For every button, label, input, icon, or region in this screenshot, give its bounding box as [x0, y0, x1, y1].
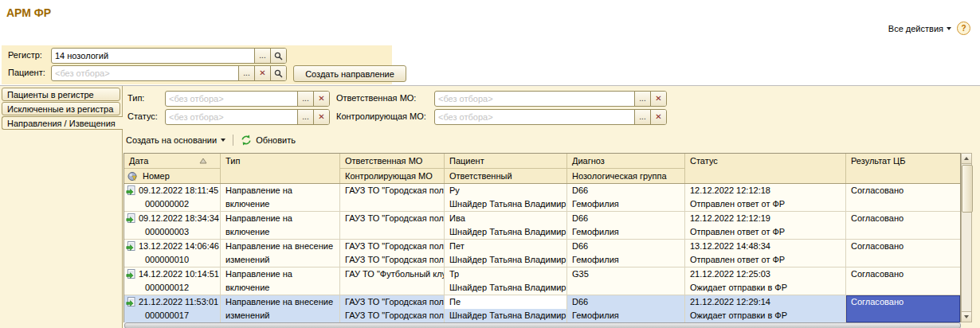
cell-medical-org[interactable]: ГАУ ТО "Футбольный клуб …: [340, 267, 445, 295]
referral-doc-icon: [126, 185, 136, 196]
referral-doc-icon: [126, 269, 136, 279]
register-choose-button[interactable]: ...: [254, 49, 270, 63]
tab-excluded-from-register[interactable]: Исключенные из регистра: [2, 102, 120, 115]
cell-date-number[interactable]: 09.12.2022 18:11:45 000000002: [124, 184, 221, 211]
table-row[interactable]: 09.12.2022 18:34:34 000000003 Направлени…: [124, 212, 960, 240]
type-filter-group: ... ✕: [165, 91, 330, 107]
column-header-number[interactable]: Номер: [124, 169, 220, 183]
toolbar-separator: [233, 135, 233, 146]
cell-medical-org[interactable]: ГАУЗ ТО "Городская полик…: [340, 212, 445, 239]
all-actions-button[interactable]: Все действия: [888, 24, 951, 33]
responsible-mo-filter-group: ... ✕: [434, 91, 667, 107]
column-header-date[interactable]: Дата: [124, 154, 220, 169]
cell-cb-result[interactable]: Согласовано: [846, 184, 960, 211]
cell-patient[interactable]: Пет Шнайдер Татьяна Владимир…: [445, 240, 567, 267]
status-clear-icon[interactable]: ✕: [313, 110, 329, 124]
cell-status[interactable]: 12.12.2022 12:12:19 Отправлен ответ от Ф…: [685, 212, 846, 239]
register-input[interactable]: [52, 49, 254, 63]
patient-search-icon[interactable]: [270, 66, 286, 80]
scroll-down-button[interactable]: [962, 311, 971, 322]
cell-diagnosis[interactable]: D66 Гемофилия: [567, 184, 685, 211]
cell-type[interactable]: Направление на включение: [221, 267, 340, 295]
cell-date-number[interactable]: 21.12.2022 11:53:01 000000017: [124, 295, 221, 322]
tab-referrals-notifications[interactable]: Направления / Извещения: [2, 116, 123, 130]
register-field-group: ...: [51, 48, 287, 64]
responsible-mo-filter-input[interactable]: [435, 92, 634, 106]
cell-diagnosis[interactable]: D66 Гемофилия: [567, 212, 685, 239]
table-row[interactable]: 09.12.2022 18:11:45 000000002 Направлени…: [124, 184, 960, 212]
type-filter-input[interactable]: [166, 92, 297, 106]
vertical-scrollbar[interactable]: [961, 153, 972, 322]
column-header-responsible-mo[interactable]: Ответственная МО: [340, 154, 444, 169]
cell-patient[interactable]: Ру Шнайдер Татьяна Владимир…: [445, 184, 567, 211]
cell-type[interactable]: Направление на включение: [221, 212, 340, 239]
cell-patient[interactable]: Пе Шнайдер Татьяна Владимир…: [445, 295, 567, 322]
cell-medical-org[interactable]: ГАУЗ ТО "Городская полик… ГАУЗ ТО "Город…: [340, 295, 445, 322]
table-body: 09.12.2022 18:11:45 000000002 Направлени…: [124, 184, 960, 322]
patient-clear-icon[interactable]: ✕: [254, 66, 270, 80]
register-search-icon[interactable]: [270, 49, 286, 63]
help-icon[interactable]: ?: [957, 21, 970, 35]
cell-diagnosis[interactable]: D66 Гемофилия: [567, 295, 685, 322]
cell-date-number[interactable]: 09.12.2022 18:34:34 000000003: [124, 212, 221, 239]
controlling-mo-choose-button[interactable]: ...: [634, 110, 650, 124]
column-header-nosology-group[interactable]: Нозологическая группа: [567, 169, 684, 183]
top-filter-panel: Регистр: ... Пациент: ... ✕ Создать напр…: [2, 45, 392, 84]
arrow-down-icon: [964, 315, 969, 318]
column-header-status[interactable]: Статус: [685, 154, 846, 183]
column-header-cb-result[interactable]: Результат ЦБ: [846, 154, 960, 183]
column-header-type[interactable]: Тип: [221, 154, 340, 183]
create-based-on-button[interactable]: Создать на основании: [126, 135, 225, 145]
controlling-mo-filter-input[interactable]: [435, 110, 634, 124]
cell-type[interactable]: Направление на включение: [221, 184, 340, 211]
cell-date-number[interactable]: 14.12.2022 10:14:51 000000012: [124, 267, 221, 295]
patient-input[interactable]: [52, 66, 238, 80]
responsible-mo-filter-label: Ответственная МО:: [336, 91, 416, 105]
column-header-responsible-person[interactable]: Ответственный: [445, 169, 566, 183]
patient-choose-button[interactable]: ...: [238, 66, 254, 80]
cell-patient[interactable]: Тр Шнайдер Татьяна Владимир…: [445, 267, 567, 295]
status-choose-button[interactable]: ...: [297, 110, 313, 124]
patient-label: Пациент:: [8, 65, 45, 80]
status-filter-input[interactable]: [166, 110, 297, 124]
vertical-scroll-thumb[interactable]: [962, 165, 973, 213]
cell-type[interactable]: Направление на внесение изменений: [221, 295, 340, 322]
cell-patient[interactable]: Ива Шнайдер Татьяна Владимир…: [445, 212, 567, 239]
cell-diagnosis[interactable]: G35: [567, 267, 685, 295]
controlling-mo-filter-label: Контролирующая МО:: [336, 109, 426, 123]
patient-field-group: ... ✕: [51, 65, 287, 81]
cell-cb-result[interactable]: Согласовано: [846, 240, 960, 267]
arrow-up-icon: [964, 157, 969, 160]
cell-cb-result[interactable]: Согласовано: [846, 295, 960, 322]
type-filter-label: Тип:: [127, 91, 144, 105]
cell-cb-result[interactable]: Согласовано: [846, 267, 960, 295]
column-header-patient[interactable]: Пациент: [445, 154, 566, 169]
column-header-controlling-mo[interactable]: Контролирующая МО: [340, 169, 444, 183]
column-header-diagnosis[interactable]: Диагноз: [567, 154, 684, 169]
responsible-mo-clear-icon[interactable]: ✕: [650, 92, 666, 106]
table-row[interactable]: 21.12.2022 11:53:01 000000017 Направлени…: [124, 295, 960, 322]
type-clear-icon[interactable]: ✕: [313, 92, 329, 106]
horizontal-scrollbar[interactable]: [123, 322, 961, 328]
table-row[interactable]: 14.12.2022 10:14:51 000000012 Направлени…: [124, 267, 960, 295]
create-referral-button[interactable]: Создать направление: [293, 65, 406, 82]
tab-patients-in-register[interactable]: Пациенты в регистре: [2, 88, 120, 101]
horizontal-scroll-thumb[interactable]: [124, 322, 961, 328]
cell-status[interactable]: 21.12.2022 12:29:14 Ожидает отправки в Ф…: [685, 295, 846, 322]
cell-diagnosis[interactable]: D66 Гемофилия: [567, 240, 685, 267]
cell-cb-result[interactable]: Согласовано: [846, 212, 960, 239]
cell-medical-org[interactable]: ГАУЗ ТО "Городская полик… ГАУЗ ТО "Город…: [340, 240, 445, 267]
cell-status[interactable]: 21.12.2022 12:25:03 Ожидает отправки в Ф…: [685, 267, 846, 295]
cell-status[interactable]: 12.12.2022 12:12:18 Отправлен ответ от Ф…: [685, 184, 846, 211]
scroll-up-button[interactable]: [962, 154, 971, 164]
cell-date-number[interactable]: 13.12.2022 14:06:46 000000010: [124, 240, 221, 267]
refresh-button[interactable]: Обновить: [241, 135, 296, 146]
cell-type[interactable]: Направление на внесение изменений: [221, 240, 340, 267]
status-filter-label: Статус:: [127, 109, 158, 123]
cell-status[interactable]: 13.12.2022 14:48:34 Отправлен ответ от Ф…: [685, 240, 846, 267]
cell-medical-org[interactable]: ГАУЗ ТО "Городская полик…: [340, 184, 445, 211]
table-row[interactable]: 13.12.2022 14:06:46 000000010 Направлени…: [124, 240, 960, 267]
type-choose-button[interactable]: ...: [297, 92, 313, 106]
controlling-mo-clear-icon[interactable]: ✕: [650, 110, 666, 124]
responsible-mo-choose-button[interactable]: ...: [634, 92, 650, 106]
